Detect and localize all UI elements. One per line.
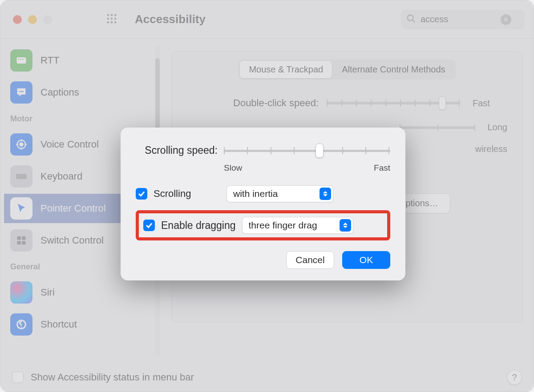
sidebar-item-label: Shortcut	[40, 319, 77, 330]
svg-rect-30	[22, 241, 25, 244]
scrolling-speed-label: Scrolling speed:	[136, 144, 218, 156]
nav-arrows	[77, 16, 88, 24]
dropdown-icon	[320, 188, 331, 200]
show-all-button[interactable]	[105, 12, 118, 27]
sidebar-item-label: Siri	[40, 287, 55, 298]
window-title: Accessibility	[135, 12, 206, 26]
sidebar-item-label: Pointer Control	[40, 203, 106, 214]
traffic-lights	[13, 15, 52, 24]
dropdown-icon	[340, 219, 351, 232]
long-label: Long	[488, 122, 508, 132]
tabs-segmented: Mouse & Trackpad Alternate Control Metho…	[239, 60, 455, 80]
scrolling-option-row: Scrolling with inertia	[136, 182, 390, 206]
svg-rect-14	[18, 59, 19, 60]
toolbar: Accessibility	[0, 0, 534, 39]
svg-rect-29	[17, 241, 21, 244]
pointer-control-icon	[10, 197, 32, 220]
cancel-button[interactable]: Cancel	[286, 251, 334, 269]
svg-rect-27	[17, 236, 21, 240]
doubleclick-speed-row: Double-click speed: Fast	[225, 97, 509, 109]
svg-point-32	[21, 327, 22, 328]
siri-icon	[10, 281, 32, 304]
fast-label: Fast	[374, 163, 390, 173]
window-minimize-button[interactable]	[28, 15, 37, 24]
fast-label: Fast	[473, 98, 490, 108]
captions-icon	[10, 81, 32, 104]
svg-rect-15	[20, 59, 21, 60]
tab-alternate-control[interactable]: Alternate Control Methods	[333, 61, 454, 78]
trackpad-options-modal: Scrolling speed: Slow Fast Scrolling wit…	[121, 128, 405, 280]
footer: Show Accessibility status in menu bar ?	[0, 363, 534, 392]
sidebar-item-rtt[interactable]: RTT	[6, 46, 154, 75]
scrolling-checkbox[interactable]	[136, 188, 147, 200]
search-field[interactable]	[401, 10, 525, 29]
doubleclick-speed-label: Double-click speed:	[225, 97, 319, 109]
window-close-button[interactable]	[13, 15, 22, 24]
slow-label: Slow	[224, 163, 242, 173]
scrolling-mode-select[interactable]: with inertia	[227, 185, 333, 202]
svg-rect-28	[22, 236, 25, 240]
sidebar-item-label: Keyboard	[40, 171, 82, 182]
svg-point-18	[20, 91, 22, 92]
enable-dragging-checkbox[interactable]	[143, 220, 155, 231]
ok-button[interactable]: OK	[342, 251, 390, 269]
scrolling-speed-slider[interactable]	[224, 142, 390, 160]
tab-mouse-trackpad[interactable]: Mouse & Trackpad	[240, 61, 332, 78]
svg-point-2	[114, 14, 117, 16]
svg-rect-16	[22, 59, 23, 60]
svg-rect-26	[16, 174, 26, 179]
sidebar-item-shortcut[interactable]: Shortcut	[6, 310, 154, 339]
svg-point-0	[107, 14, 109, 16]
svg-point-9	[408, 15, 413, 20]
shortcut-icon	[10, 313, 32, 336]
dragging-style-value: three finger drag	[249, 220, 317, 231]
svg-point-17	[19, 91, 20, 92]
search-input[interactable]	[421, 14, 496, 24]
sidebar-item-label: RTT	[40, 55, 59, 66]
show-status-checkbox[interactable]	[12, 372, 24, 383]
svg-point-6	[107, 21, 109, 23]
enable-dragging-label: Enable dragging	[161, 220, 236, 232]
help-button[interactable]: ?	[507, 370, 522, 385]
sidebar-item-label: Captions	[40, 87, 79, 98]
search-icon	[406, 14, 416, 25]
rtt-icon	[10, 49, 32, 72]
clear-search-button[interactable]	[501, 14, 511, 25]
enable-dragging-highlight: Enable dragging three finger drag	[136, 210, 390, 240]
sidebar-item-captions[interactable]: Captions	[6, 78, 154, 107]
svg-point-19	[22, 91, 24, 92]
wireless-label: wireless	[475, 144, 507, 154]
spring-loading-slider[interactable]	[400, 126, 475, 129]
sidebar-item-siri[interactable]: Siri	[6, 278, 154, 307]
svg-point-1	[111, 14, 113, 16]
svg-rect-13	[17, 57, 26, 64]
sidebar-item-label: Switch Control	[40, 235, 104, 246]
switch-control-icon	[10, 229, 32, 252]
sidebar-section-motor: Motor	[4, 110, 155, 127]
svg-point-3	[107, 17, 109, 20]
dragging-style-select[interactable]: three finger drag	[242, 217, 353, 234]
svg-point-7	[111, 21, 113, 23]
scrolling-mode-value: with inertia	[233, 188, 278, 199]
doubleclick-speed-slider[interactable]	[327, 102, 460, 104]
voice-control-icon	[10, 133, 32, 156]
svg-point-4	[111, 17, 113, 20]
svg-point-5	[114, 17, 117, 20]
keyboard-icon	[10, 165, 32, 188]
svg-line-10	[413, 20, 415, 22]
sidebar-item-label: Voice Control	[40, 139, 99, 150]
window-zoom-button[interactable]	[43, 15, 52, 24]
svg-point-20	[20, 143, 23, 146]
show-status-label: Show Accessibility status in menu bar	[31, 372, 194, 383]
scrolling-label: Scrolling	[154, 188, 220, 200]
svg-point-8	[114, 21, 117, 23]
